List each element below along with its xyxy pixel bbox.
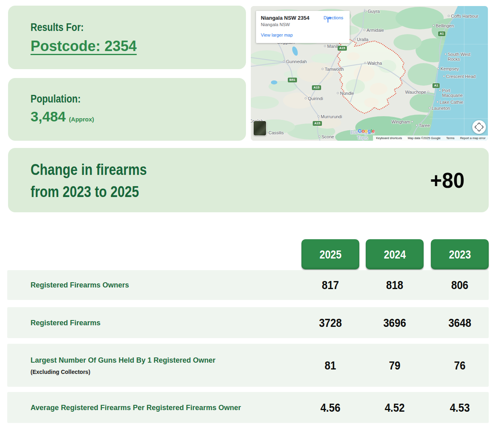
town-marker-icon (432, 25, 434, 27)
google-map[interactable]: GuyraCoffs HarbourBellingenArmidaleUrall… (251, 6, 488, 141)
map-label-kempsey: Kempsey (437, 66, 459, 71)
row-label: Registered Firearms (31, 318, 100, 327)
results-card: Results For: Postcode: 2354 (8, 6, 246, 69)
map-label-text: Coffs Harbour (451, 14, 478, 18)
map-label-text: Quirindi (308, 96, 323, 101)
table-row-largest-number-of-guns-held-by-1-registered-owner: Largest Number Of Guns Held By 1 Registe… (7, 344, 489, 387)
town-marker-icon (305, 97, 307, 99)
map-label-text: Tamworth (325, 67, 344, 72)
map-label-text: Walcha (367, 61, 382, 66)
population-value: 3,484 (31, 109, 66, 124)
town-marker-icon (322, 68, 324, 70)
map-label-crescent-head: Crescent Head (443, 74, 475, 79)
year-column-header-2023: 2023 (431, 239, 489, 269)
google-logo-letter: g (368, 128, 371, 134)
row-label: Largest Number Of Guns Held By 1 Registe… (31, 356, 215, 375)
town-marker-icon (365, 10, 367, 12)
attribution-report-a-map-error[interactable]: Report a map error (460, 136, 486, 140)
cell-2023-average-registered-firearms-per-registered-firearms-owner: 4.53 (435, 401, 484, 415)
row-label-text: Registered Firearms Owners (31, 281, 129, 289)
map-label-laurieton: Laurieton (428, 106, 450, 111)
row-label-text: Largest Number Of Guns Held By 1 Registe… (31, 356, 215, 365)
google-logo[interactable]: Google (358, 128, 375, 134)
town-marker-icon (427, 91, 429, 93)
row-label: Registered Firearms Owners (31, 281, 129, 289)
map-label-walcha: Walcha (364, 61, 382, 66)
map-label-text: Gunnedah (286, 59, 307, 64)
map-label-cassilis: Cassilis (265, 130, 284, 135)
cell-2024-average-registered-firearms-per-registered-firearms-owner: 4.52 (370, 401, 419, 415)
map-label-text: Murrurundi (321, 114, 342, 119)
town-marker-icon (428, 107, 430, 109)
year-label: 2025 (320, 248, 342, 261)
map-label-bellingen: Bellingen (432, 23, 454, 28)
map-label-wauchope: Wauchope (405, 90, 429, 94)
town-marker-icon (318, 115, 320, 117)
change-heading: Change in firearmsfrom 2023 to 2025 (31, 159, 489, 203)
google-logo-letter: e (372, 128, 375, 134)
map-label-coffs-harbour: Coffs Harbour (448, 14, 478, 18)
map-label-text: Scone (322, 134, 334, 139)
attribution-keyboard-shortcuts[interactable]: Keyboard shortcuts (376, 136, 402, 140)
map-label-uralla: Uralla (354, 37, 369, 42)
row-sublabel-text: (Excluding Collectors) (31, 369, 215, 375)
town-marker-icon (439, 89, 441, 91)
town-marker-icon (448, 15, 450, 17)
cell-2024-largest-number-of-guns-held-by-1-registered-owner: 79 (370, 359, 419, 372)
map-label-wingham: Wingham (391, 119, 413, 124)
map-label-armidale: Armidale (363, 28, 384, 33)
map-label-text: Cassilis (268, 130, 284, 135)
cell-2023-registered-firearms-owners: 806 (435, 278, 484, 292)
map-label-text: Uralla (357, 37, 369, 42)
road-shield-a15: A15 (338, 46, 347, 51)
cell-2025-registered-firearms: 3728 (306, 316, 355, 330)
town-marker-icon (354, 38, 356, 40)
table-row-registered-firearms-owners: Registered Firearms Owners817818806 (7, 270, 489, 300)
town-marker-icon (411, 121, 413, 123)
directions-button[interactable]: Directions (324, 14, 343, 20)
attribution-terms[interactable]: Terms (446, 136, 454, 140)
table-row-registered-firearms: Registered Firearms372836963648 (7, 307, 489, 338)
town-marker-icon (437, 68, 439, 70)
road-shield-a15: A15 (312, 85, 321, 90)
town-marker-icon (364, 62, 366, 64)
map-label-text: Nundle (340, 91, 354, 96)
town-marker-icon (337, 92, 339, 94)
town-marker-icon (416, 124, 418, 126)
map-label-gunnedah: Gunnedah (283, 59, 307, 64)
map-label-text: PortMacquarie (442, 88, 463, 98)
town-marker-icon (318, 135, 320, 138)
map-label-text: Crescent Head (446, 74, 475, 79)
view-larger-map-link[interactable]: View larger map (261, 33, 293, 37)
map-label-text: Kempsey (440, 66, 459, 71)
map-label-guyra: Guyra (365, 9, 380, 14)
results-heading: Results For: (31, 22, 246, 33)
population-heading: Population: (31, 93, 246, 105)
map-label-lake-cathie: Lake Cathie (436, 100, 463, 105)
map-label-taree: Taree (416, 123, 430, 128)
year-column-header-2025: 2025 (301, 239, 359, 269)
cell-2025-average-registered-firearms-per-registered-firearms-owner: 4.56 (306, 401, 355, 415)
map-label-text: Lake Cathie (440, 100, 463, 105)
year-column-header-2024: 2024 (366, 239, 424, 269)
table-row-average-registered-firearms-per-registered-firearms-owner: Average Registered Firearms Per Register… (7, 392, 489, 423)
satellite-view-toggle[interactable] (253, 121, 266, 136)
map-label-text: Guyra (368, 9, 380, 14)
population-approx-label: (Approx) (69, 116, 94, 123)
postcode-link[interactable]: Postcode: 2354 (31, 38, 137, 55)
row-label: Average Registered Firearms Per Register… (31, 403, 241, 412)
cell-2023-largest-number-of-guns-held-by-1-registered-owner: 76 (435, 359, 484, 372)
town-marker-icon (324, 45, 326, 47)
cell-2025-registered-firearms-owners: 817 (306, 278, 355, 292)
cell-2024-registered-firearms-owners: 818 (370, 278, 419, 292)
change-delta-value: +80 (430, 168, 464, 193)
pan-control[interactable] (472, 120, 486, 134)
directions-icon (324, 14, 332, 23)
map-label-text: Armidale (367, 28, 384, 33)
google-logo-letter: G (358, 128, 362, 134)
town-marker-icon (436, 101, 438, 103)
row-label-text: Average Registered Firearms Per Register… (31, 403, 241, 412)
town-marker-icon (283, 60, 285, 62)
map-label-nundle: Nundle (337, 91, 354, 96)
map-label-quirindi: Quirindi (305, 96, 323, 101)
